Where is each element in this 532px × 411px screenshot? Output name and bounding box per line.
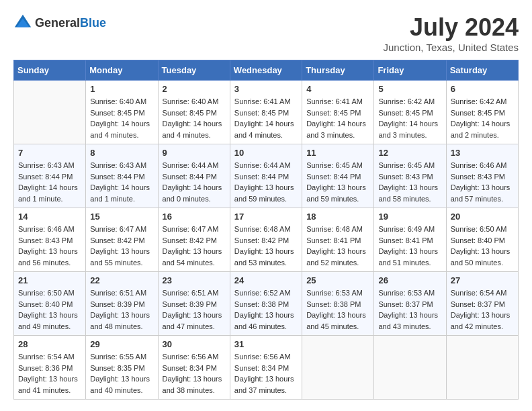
- calendar-cell: 6 Sunrise: 6:42 AM Sunset: 8:45 PM Dayli…: [446, 81, 518, 144]
- day-number: 18: [306, 212, 369, 222]
- day-info: Sunrise: 6:54 AM Sunset: 8:37 PM Dayligh…: [451, 287, 514, 332]
- day-info: Sunrise: 6:45 AM Sunset: 8:43 PM Dayligh…: [378, 160, 441, 204]
- daylight-text: Daylight: 13 hours and 48 minutes.: [90, 311, 150, 330]
- day-number: 2: [163, 84, 226, 94]
- day-info: Sunrise: 6:47 AM Sunset: 8:42 PM Dayligh…: [90, 224, 153, 268]
- daylight-text: Daylight: 13 hours and 47 minutes.: [163, 311, 222, 330]
- daylight-text: Daylight: 13 hours and 42 minutes.: [451, 311, 511, 330]
- day-info: Sunrise: 6:46 AM Sunset: 8:43 PM Dayligh…: [451, 160, 514, 204]
- day-info: Sunrise: 6:51 AM Sunset: 8:39 PM Dayligh…: [90, 287, 153, 332]
- day-number: 14: [18, 212, 81, 222]
- day-info: Sunrise: 6:42 AM Sunset: 8:45 PM Dayligh…: [451, 96, 514, 140]
- calendar-header-friday: Friday: [374, 60, 446, 81]
- day-info: Sunrise: 6:53 AM Sunset: 8:38 PM Dayligh…: [306, 287, 369, 332]
- sunset-text: Sunset: 8:43 PM: [378, 173, 433, 181]
- calendar-cell: [14, 81, 86, 144]
- sunset-text: Sunset: 8:38 PM: [234, 300, 289, 308]
- calendar-cell: 14 Sunrise: 6:46 AM Sunset: 8:43 PM Dayl…: [14, 208, 86, 272]
- daylight-text: Daylight: 13 hours and 41 minutes.: [18, 375, 78, 394]
- sunrise-text: Sunrise: 6:41 AM: [234, 97, 291, 105]
- calendar-cell: 23 Sunrise: 6:51 AM Sunset: 8:39 PM Dayl…: [158, 272, 230, 336]
- calendar-cell: [446, 336, 518, 400]
- sunset-text: Sunset: 8:35 PM: [90, 364, 144, 372]
- calendar-week-row: 7 Sunrise: 6:43 AM Sunset: 8:44 PM Dayli…: [14, 144, 519, 208]
- day-info: Sunrise: 6:55 AM Sunset: 8:35 PM Dayligh…: [90, 351, 153, 396]
- calendar-cell: 2 Sunrise: 6:40 AM Sunset: 8:45 PM Dayli…: [158, 81, 230, 144]
- calendar-cell: 7 Sunrise: 6:43 AM Sunset: 8:44 PM Dayli…: [14, 144, 86, 208]
- day-number: 3: [234, 84, 298, 94]
- sunset-text: Sunset: 8:36 PM: [18, 364, 73, 372]
- calendar-cell: 18 Sunrise: 6:48 AM Sunset: 8:41 PM Dayl…: [302, 208, 374, 272]
- daylight-text: Daylight: 13 hours and 53 minutes.: [234, 247, 294, 267]
- day-number: 9: [163, 148, 226, 158]
- sunset-text: Sunset: 8:37 PM: [451, 300, 505, 308]
- calendar-cell: 27 Sunrise: 6:54 AM Sunset: 8:37 PM Dayl…: [446, 272, 518, 336]
- calendar-cell: 26 Sunrise: 6:53 AM Sunset: 8:37 PM Dayl…: [374, 272, 446, 336]
- sunset-text: Sunset: 8:42 PM: [163, 236, 217, 244]
- day-info: Sunrise: 6:42 AM Sunset: 8:45 PM Dayligh…: [378, 96, 441, 140]
- sunset-text: Sunset: 8:45 PM: [378, 109, 433, 117]
- day-info: Sunrise: 6:41 AM Sunset: 8:45 PM Dayligh…: [234, 96, 298, 140]
- sunrise-text: Sunrise: 6:55 AM: [90, 353, 146, 361]
- day-number: 22: [90, 275, 153, 285]
- day-info: Sunrise: 6:41 AM Sunset: 8:45 PM Dayligh…: [306, 96, 369, 140]
- sunset-text: Sunset: 8:43 PM: [451, 173, 505, 181]
- sunset-text: Sunset: 8:42 PM: [90, 236, 144, 244]
- day-number: 24: [234, 275, 298, 285]
- sunrise-text: Sunrise: 6:56 AM: [163, 353, 219, 361]
- logo-general: General: [35, 16, 80, 30]
- calendar-header-tuesday: Tuesday: [158, 60, 230, 81]
- daylight-text: Daylight: 13 hours and 46 minutes.: [234, 311, 294, 330]
- calendar-cell: 28 Sunrise: 6:54 AM Sunset: 8:36 PM Dayl…: [14, 336, 86, 400]
- daylight-text: Daylight: 13 hours and 59 minutes.: [234, 183, 294, 203]
- calendar-cell: 1 Sunrise: 6:40 AM Sunset: 8:45 PM Dayli…: [86, 81, 158, 144]
- calendar-cell: 10 Sunrise: 6:44 AM Sunset: 8:44 PM Dayl…: [230, 144, 302, 208]
- day-number: 4: [306, 84, 369, 94]
- sunset-text: Sunset: 8:45 PM: [234, 109, 289, 117]
- sunset-text: Sunset: 8:45 PM: [451, 109, 505, 117]
- sunrise-text: Sunrise: 6:53 AM: [306, 289, 363, 297]
- calendar-header-sunday: Sunday: [14, 60, 86, 81]
- day-number: 8: [90, 148, 153, 158]
- sunrise-text: Sunrise: 6:46 AM: [18, 225, 75, 233]
- sunrise-text: Sunrise: 6:48 AM: [306, 225, 363, 233]
- sunrise-text: Sunrise: 6:54 AM: [18, 353, 75, 361]
- day-number: 30: [163, 339, 226, 349]
- day-info: Sunrise: 6:56 AM Sunset: 8:34 PM Dayligh…: [234, 351, 298, 396]
- calendar-cell: 11 Sunrise: 6:45 AM Sunset: 8:44 PM Dayl…: [302, 144, 374, 208]
- day-number: 28: [18, 339, 81, 349]
- sunset-text: Sunset: 8:39 PM: [163, 300, 217, 308]
- day-number: 5: [378, 84, 441, 94]
- calendar-cell: 30 Sunrise: 6:56 AM Sunset: 8:34 PM Dayl…: [158, 336, 230, 400]
- day-number: 12: [378, 148, 441, 158]
- sunrise-text: Sunrise: 6:43 AM: [18, 161, 75, 169]
- sunset-text: Sunset: 8:37 PM: [378, 300, 433, 308]
- sunset-text: Sunset: 8:40 PM: [451, 236, 505, 244]
- calendar-cell: [374, 336, 446, 400]
- day-number: 13: [451, 148, 514, 158]
- day-info: Sunrise: 6:48 AM Sunset: 8:41 PM Dayligh…: [306, 224, 369, 268]
- calendar-cell: 9 Sunrise: 6:44 AM Sunset: 8:44 PM Dayli…: [158, 144, 230, 208]
- sunrise-text: Sunrise: 6:43 AM: [90, 161, 146, 169]
- sunrise-text: Sunrise: 6:41 AM: [306, 97, 363, 105]
- sunrise-text: Sunrise: 6:54 AM: [451, 289, 507, 297]
- day-info: Sunrise: 6:40 AM Sunset: 8:45 PM Dayligh…: [90, 96, 153, 140]
- sunset-text: Sunset: 8:44 PM: [90, 173, 144, 181]
- daylight-text: Daylight: 13 hours and 51 minutes.: [378, 247, 438, 267]
- daylight-text: Daylight: 13 hours and 55 minutes.: [90, 247, 150, 267]
- sunset-text: Sunset: 8:42 PM: [234, 236, 289, 244]
- sunrise-text: Sunrise: 6:45 AM: [306, 161, 363, 169]
- calendar-cell: 3 Sunrise: 6:41 AM Sunset: 8:45 PM Dayli…: [230, 81, 302, 144]
- main-title: July 2024: [383, 13, 519, 42]
- sunrise-text: Sunrise: 6:50 AM: [451, 225, 507, 233]
- logo: GeneralBlue: [13, 13, 106, 32]
- day-info: Sunrise: 6:47 AM Sunset: 8:42 PM Dayligh…: [163, 224, 226, 268]
- daylight-text: Daylight: 14 hours and 4 minutes.: [90, 120, 150, 139]
- sunrise-text: Sunrise: 6:44 AM: [163, 161, 219, 169]
- day-info: Sunrise: 6:54 AM Sunset: 8:36 PM Dayligh…: [18, 351, 81, 396]
- calendar-cell: 22 Sunrise: 6:51 AM Sunset: 8:39 PM Dayl…: [86, 272, 158, 336]
- logo-icon: [13, 13, 32, 32]
- logo-blue: Blue: [80, 16, 106, 30]
- sunrise-text: Sunrise: 6:50 AM: [18, 289, 75, 297]
- sunrise-text: Sunrise: 6:42 AM: [378, 97, 435, 105]
